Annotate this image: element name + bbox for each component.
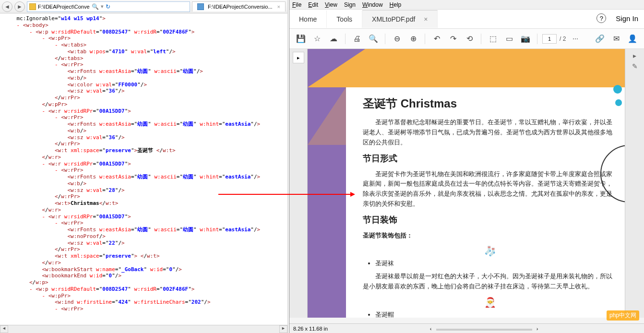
paragraph: 圣诞袜最早以前是一对红色的大袜子，大小不拘。因为圣诞袜子是用来装礼物的，所以是小… <box>363 272 617 292</box>
snapshot-icon[interactable]: 📷 <box>519 32 532 46</box>
panel-tool-icon[interactable]: ✎ <box>632 62 638 70</box>
side-decoration <box>308 87 346 318</box>
document-tabs: Home Tools XMLtoPDF.pdf × ? Sign In <box>289 10 644 29</box>
print-icon[interactable]: 🖨 <box>350 32 364 46</box>
ie-titlebar: ◄ ► F:\IDEAProject\Conve 🔍 ▾ ↻ F:\IDEAPr… <box>0 0 287 13</box>
fit-width-icon[interactable]: ⬚ <box>486 32 500 46</box>
redo-icon[interactable]: ↷ <box>446 32 460 46</box>
close-icon[interactable]: × <box>424 15 428 23</box>
xml-source-view[interactable]: mc:Ignorable="w14 w15 wp14"> - <w:body> … <box>0 13 287 311</box>
rotate-icon[interactable]: ⟲ <box>463 32 476 46</box>
tab-tools[interactable]: Tools <box>327 11 362 28</box>
panel-collapse-icon[interactable]: ▸ <box>633 52 636 59</box>
watermark: php中文网 <box>607 310 639 321</box>
help-icon[interactable]: ? <box>596 13 606 23</box>
toolbar: 💾 ☆ ☁ 🖨 🔍 ⊖ ⊕ ↶ ↷ ⟲ ⬚ ▭ 📷 / 2 ⋯ 🔗 ✉ 👤 <box>289 29 644 49</box>
page-viewport[interactable]: 圣诞节 Christmas 圣诞节基督教纪念耶稣诞生的重要节日。在圣诞节，常以互… <box>308 49 625 318</box>
menu-sign[interactable]: Sign <box>344 1 356 8</box>
page-content: 圣诞节 Christmas 圣诞节基督教纪念耶稣诞生的重要节日。在圣诞节，常以互… <box>356 87 625 318</box>
back-button[interactable]: ◄ <box>2 1 12 12</box>
search-icon[interactable]: 🔍 <box>367 32 380 46</box>
address-text: F:\IDEAProject\Conve <box>38 4 90 10</box>
menu-window[interactable]: Window <box>362 1 383 8</box>
refresh-icon[interactable]: ↻ <box>106 3 110 10</box>
tab-title: F:\IDEAProject\Conversio... <box>208 4 273 10</box>
zoom-in-icon[interactable]: ⊕ <box>406 32 420 46</box>
left-panel: ▸ <box>289 49 308 318</box>
acrobat-window: File Edit View Sign Window Help Home Too… <box>289 0 644 333</box>
subheading: 圣诞节装饰包括： <box>363 231 617 241</box>
heading: 节日装饰 <box>363 213 617 227</box>
hat-icon: 🎅 <box>484 295 496 310</box>
page-total: / 2 <box>560 36 566 42</box>
list-item: 圣诞袜 <box>375 259 617 269</box>
status-bar: 8.26 x 11.68 in ‹ › <box>289 323 644 333</box>
doc-title: 圣诞节 Christmas <box>363 95 617 113</box>
heading: 节日形式 <box>363 152 617 166</box>
menu-help[interactable]: Help <box>390 1 402 8</box>
page-dimensions: 8.26 x 11.68 in <box>293 326 328 332</box>
header-decoration <box>308 49 625 87</box>
scroll-right-icon[interactable]: ► <box>279 325 287 333</box>
account-icon[interactable]: 👤 <box>626 32 639 46</box>
more-icon[interactable]: ⋯ <box>569 32 582 46</box>
save-icon[interactable]: 💾 <box>294 32 308 46</box>
tab-document-label: XMLtoPDF.pdf <box>372 15 415 23</box>
star-icon[interactable]: ☆ <box>310 32 324 46</box>
scroll-left-icon[interactable]: ◄ <box>0 325 8 333</box>
zoom-out-icon[interactable]: ⊖ <box>390 32 404 46</box>
right-panel: ▸ ✎ <box>625 49 644 318</box>
tab-home[interactable]: Home <box>289 11 327 28</box>
address-bar[interactable]: F:\IDEAProject\Conve 🔍 ▾ ↻ <box>27 1 190 12</box>
menu-view[interactable]: View <box>325 1 337 8</box>
ie-logo-icon <box>197 3 204 10</box>
forward-button[interactable]: ► <box>14 1 25 12</box>
sign-in-link[interactable]: Sign In <box>616 14 638 23</box>
ie-window: ◄ ► F:\IDEAProject\Conve 🔍 ▾ ↻ F:\IDEAPr… <box>0 0 288 333</box>
search-icon[interactable]: 🔍 <box>92 3 99 10</box>
menu-file[interactable]: File <box>292 1 301 8</box>
email-icon[interactable]: ✉ <box>609 32 623 46</box>
pdf-page: 圣诞节 Christmas 圣诞节基督教纪念耶稣诞生的重要节日。在圣诞节，常以互… <box>308 49 625 318</box>
panel-toggle-icon[interactable]: ▸ <box>293 52 304 63</box>
list-item: 圣诞帽 <box>375 310 617 318</box>
menu-bar: File Edit View Sign Window Help <box>289 0 644 10</box>
annotation-arrow <box>218 194 353 195</box>
link-icon[interactable]: 🔗 <box>593 32 607 46</box>
cloud-icon[interactable]: ☁ <box>327 32 340 46</box>
menu-edit[interactable]: Edit <box>308 1 318 8</box>
undo-icon[interactable]: ↶ <box>430 32 443 46</box>
tab-document[interactable]: XMLtoPDF.pdf × <box>362 10 438 28</box>
browser-tab[interactable]: F:\IDEAProject\Conversio... × <box>192 1 286 12</box>
page-input[interactable] <box>542 34 557 44</box>
paragraph: 圣诞贺卡作为圣诞节礼物在美国和欧洲很流行，许多家庭随贺卡带上年度家庭合照或家庭新… <box>363 169 617 209</box>
horizontal-scrollbar[interactable]: ◄ ► <box>0 325 287 333</box>
document-area: ▸ 圣诞节 Christmas 圣诞节基督教纪念耶稣诞生的重要节日。在圣诞节，常… <box>289 49 644 318</box>
fit-page-icon[interactable]: ▭ <box>502 32 516 46</box>
paragraph: 圣诞节基督教纪念耶稣诞生的重要节日。在圣诞节，常以互赠礼物，举行欢宴，并以圣诞老… <box>363 118 617 147</box>
page-icon <box>29 3 36 10</box>
sock-icon: 🧦 <box>484 243 496 259</box>
